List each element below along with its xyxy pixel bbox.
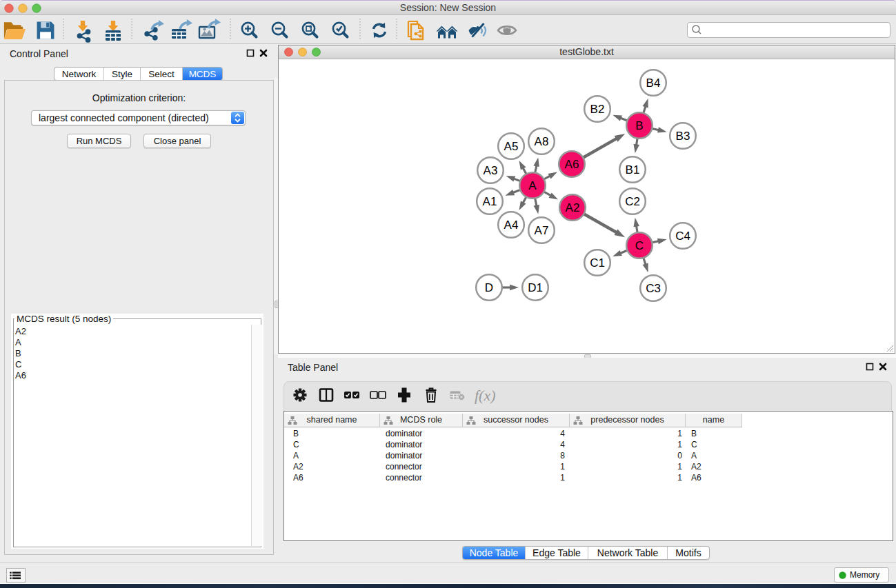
svg-text:A2: A2 — [566, 201, 580, 214]
svg-text:A6: A6 — [565, 158, 579, 171]
svg-text:B1: B1 — [626, 163, 640, 176]
svg-text:D: D — [485, 281, 493, 294]
svg-text:A7: A7 — [535, 224, 549, 237]
svg-text:f(x): f(x) — [475, 387, 496, 404]
svg-text:C1: C1 — [590, 256, 605, 270]
svg-text:A4: A4 — [504, 219, 519, 232]
svg-text:C3: C3 — [646, 282, 661, 295]
svg-text:A: A — [528, 179, 537, 192]
svg-text:C4: C4 — [675, 230, 690, 243]
svg-text:A8: A8 — [535, 135, 549, 148]
svg-text:C2: C2 — [625, 195, 640, 208]
svg-text:C: C — [635, 239, 644, 252]
svg-text:D1: D1 — [528, 281, 543, 294]
svg-text:A3: A3 — [484, 164, 498, 177]
svg-text:A1: A1 — [483, 195, 497, 208]
svg-text:A5: A5 — [504, 140, 519, 153]
svg-text:B3: B3 — [676, 130, 690, 143]
svg-text:B2: B2 — [590, 103, 605, 116]
svg-text:B: B — [635, 119, 643, 132]
svg-text:B4: B4 — [646, 77, 661, 90]
